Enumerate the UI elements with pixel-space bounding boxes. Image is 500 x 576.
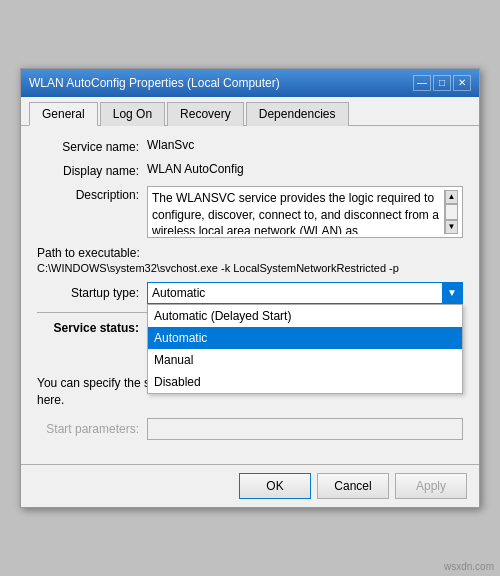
apply-button[interactable]: Apply (395, 473, 467, 499)
params-row: Start parameters: (37, 418, 463, 440)
startup-selected-value: Automatic (152, 286, 458, 300)
startup-type-row: Startup type: Automatic ▼ Automatic (Del… (37, 282, 463, 304)
description-scrollbar[interactable]: ▲ ▼ (444, 190, 458, 234)
description-text: The WLANSVC service provides the logic r… (152, 190, 444, 234)
startup-type-select[interactable]: Automatic ▼ (147, 282, 463, 304)
startup-type-label: Startup type: (37, 282, 147, 300)
service-status-label: Service status: (37, 321, 147, 335)
watermark: wsxdn.com (444, 561, 494, 572)
tab-bar: General Log On Recovery Dependencies (21, 97, 479, 126)
scroll-up-button[interactable]: ▲ (445, 190, 458, 204)
title-bar: WLAN AutoConfig Properties (Local Comput… (21, 69, 479, 97)
path-label: Path to executable: (37, 246, 463, 260)
path-section: Path to executable: C:\WINDOWS\system32\… (37, 246, 463, 274)
display-name-value: WLAN AutoConfig (147, 162, 463, 176)
title-bar-buttons: — □ ✕ (413, 75, 471, 91)
close-button[interactable]: ✕ (453, 75, 471, 91)
params-input[interactable] (147, 418, 463, 440)
service-name-label: Service name: (37, 138, 147, 154)
startup-dropdown-container: Automatic ▼ Automatic (Delayed Start) Au… (147, 282, 463, 304)
startup-option-manual[interactable]: Manual (148, 349, 462, 371)
description-row: Description: The WLANSVC service provide… (37, 186, 463, 238)
service-name-value: WlanSvc (147, 138, 463, 152)
scroll-down-button[interactable]: ▼ (445, 220, 458, 234)
tab-recovery[interactable]: Recovery (167, 102, 244, 126)
minimize-button[interactable]: — (413, 75, 431, 91)
service-name-row: Service name: WlanSvc (37, 138, 463, 154)
scroll-track (445, 204, 458, 220)
startup-option-automatic[interactable]: Automatic (148, 327, 462, 349)
path-value: C:\WINDOWS\system32\svchost.exe -k Local… (37, 262, 463, 274)
main-window: WLAN AutoConfig Properties (Local Comput… (20, 68, 480, 509)
tab-dependencies[interactable]: Dependencies (246, 102, 349, 126)
ok-button[interactable]: OK (239, 473, 311, 499)
description-label: Description: (37, 186, 147, 202)
cancel-button[interactable]: Cancel (317, 473, 389, 499)
description-box: The WLANSVC service provides the logic r… (147, 186, 463, 238)
startup-dropdown-menu: Automatic (Delayed Start) Automatic Manu… (147, 304, 463, 394)
tab-logon[interactable]: Log On (100, 102, 165, 126)
tab-general[interactable]: General (29, 102, 98, 126)
startup-option-delayed[interactable]: Automatic (Delayed Start) (148, 305, 462, 327)
content-area: Service name: WlanSvc Display name: WLAN… (21, 126, 479, 465)
maximize-button[interactable]: □ (433, 75, 451, 91)
footer-buttons: OK Cancel Apply (21, 464, 479, 507)
startup-option-disabled[interactable]: Disabled (148, 371, 462, 393)
display-name-row: Display name: WLAN AutoConfig (37, 162, 463, 178)
params-label: Start parameters: (37, 422, 147, 436)
window-title: WLAN AutoConfig Properties (Local Comput… (29, 76, 280, 90)
display-name-label: Display name: (37, 162, 147, 178)
